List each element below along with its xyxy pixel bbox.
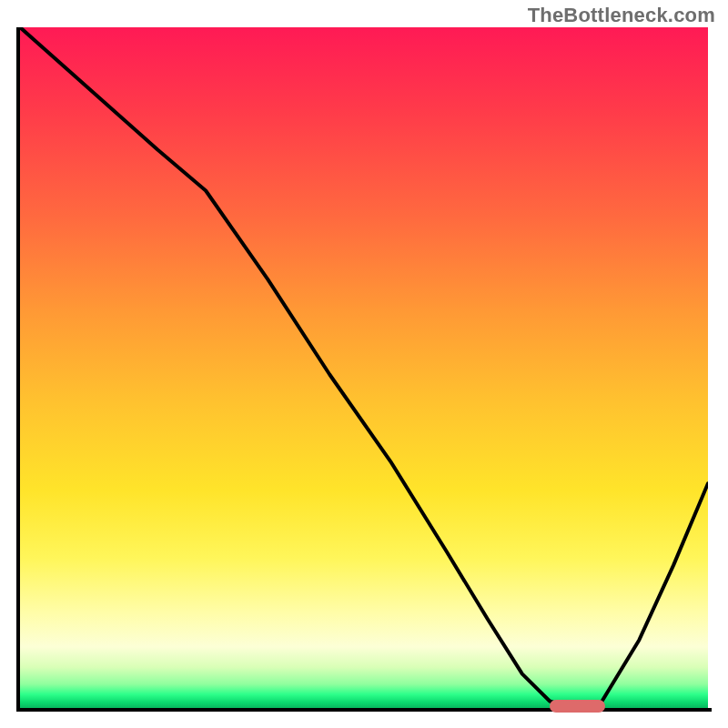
bottleneck-chart: TheBottleneck.com bbox=[0, 0, 728, 728]
optimal-marker bbox=[550, 700, 604, 713]
bottleneck-curve bbox=[20, 27, 708, 708]
x-axis bbox=[16, 708, 712, 712]
watermark-text: TheBottleneck.com bbox=[528, 4, 715, 27]
curve-layer bbox=[20, 27, 708, 708]
